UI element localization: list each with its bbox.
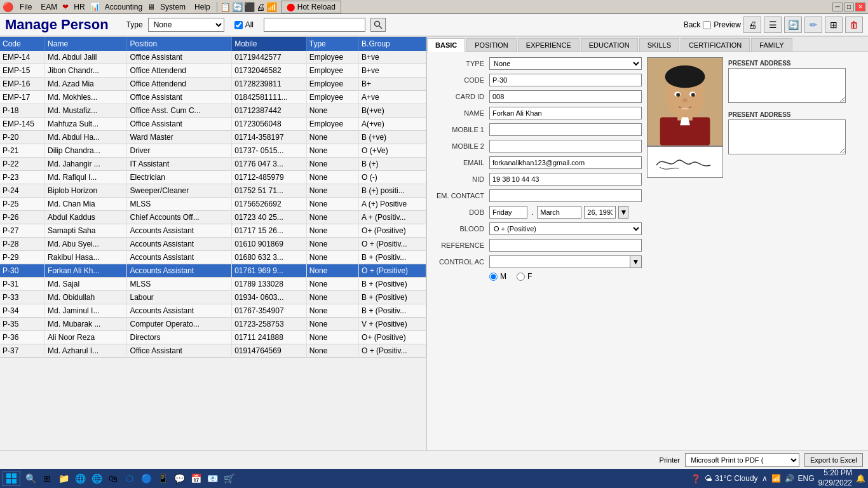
table-row[interactable]: P-33Md. ObidullahLabour01934- 0603...Non… — [0, 291, 426, 304]
col-mobile[interactable]: Mobile — [232, 37, 307, 51]
controlac-dropdown-btn[interactable]: ▼ — [630, 255, 642, 268]
taskbar-search-icon[interactable]: 🔍 — [23, 471, 38, 486]
tab-certification[interactable]: CERTIFICATION — [681, 38, 750, 51]
col-name[interactable]: Name — [45, 37, 127, 51]
nid-input[interactable] — [489, 173, 642, 186]
print-btn[interactable]: 🖨 — [743, 17, 761, 33]
taskbar-task-icon[interactable]: ⊞ — [39, 471, 55, 486]
search-button[interactable] — [370, 18, 386, 32]
tab-position[interactable]: POSITION — [466, 38, 517, 51]
taskbar-cart-icon[interactable]: 🛒 — [221, 471, 236, 486]
menu-file[interactable]: File — [16, 1, 36, 13]
table-row[interactable]: EMP-16Md. Azad MiaOffice Attendend017282… — [0, 78, 426, 91]
printer-select[interactable]: Microsoft Print to PDF ( — [685, 453, 799, 467]
toolbar-icon-5[interactable]: 📶 — [266, 2, 277, 12]
menu-eam[interactable]: EAM — [37, 1, 61, 13]
table-row[interactable]: EMP-145Mahfuza Sult...Office Assistant01… — [0, 118, 426, 131]
gender-m-radio[interactable]: M — [489, 272, 506, 281]
table-row[interactable]: P-21Dilip Chandra...Driver01737- 0515...… — [0, 144, 426, 158]
table-row[interactable]: P-25Md. Chan MiaMLSS01756526692NoneA (+)… — [0, 198, 426, 211]
menu-help[interactable]: Help — [191, 1, 214, 13]
taskbar-file-icon[interactable]: 📁 — [56, 471, 71, 486]
blood-select[interactable]: O + (Positive) — [489, 222, 642, 235]
mobile1-input[interactable] — [489, 123, 642, 136]
table-row[interactable]: P-18Md. Mustafiz...Office Asst. Cum C...… — [0, 104, 426, 118]
table-row[interactable]: P-29Rakibul Hasa...Accounts Assistant016… — [0, 251, 426, 264]
maximize-button[interactable]: □ — [844, 3, 854, 11]
taskbar-start-btn[interactable] — [3, 471, 20, 486]
table-row[interactable]: EMP-17Md. Mokhles...Office Assistant0184… — [0, 91, 426, 104]
tab-family[interactable]: FAMILY — [751, 38, 792, 51]
table-row[interactable]: EMP-14Md. Abdul JalilOffice Assistant017… — [0, 51, 426, 64]
refresh-btn[interactable]: 🔄 — [784, 17, 802, 33]
table-row[interactable]: P-20Md. Abdul Ha...Ward Master01714-3581… — [0, 131, 426, 144]
code-input[interactable] — [489, 74, 642, 86]
table-row[interactable]: P-35Md. Mubarak ...Computer Operato...01… — [0, 318, 426, 331]
taskbar-ie-icon[interactable]: 🌐 — [89, 471, 104, 486]
edit-btn[interactable]: ✏ — [804, 17, 822, 33]
taskbar-calendar-icon[interactable]: 📅 — [188, 471, 203, 486]
notification-icon[interactable]: 🔔 — [856, 474, 865, 483]
table-row[interactable]: P-27Samapti SahaAccounts Assistant01717 … — [0, 224, 426, 238]
gender-f-input[interactable] — [517, 273, 525, 281]
type-form-select[interactable]: None — [489, 57, 642, 70]
taskbar-vscode-icon[interactable]: ⬡ — [122, 471, 137, 486]
hot-reload-button[interactable]: ⬤ Hot Reload — [281, 1, 341, 13]
clock-area[interactable]: 5:20 PM 9/29/2022 — [818, 468, 852, 488]
menu-hr[interactable]: HR — [70, 1, 88, 13]
toolbar-icon-1[interactable]: 📋 — [220, 2, 231, 12]
search-input[interactable] — [264, 18, 365, 32]
toolbar-icon-2[interactable]: 🔄 — [232, 2, 243, 12]
menu-system[interactable]: System — [156, 1, 189, 13]
col-type[interactable]: Type — [306, 37, 358, 51]
tab-experience[interactable]: EXPERIENCE — [518, 38, 580, 51]
taskbar-chat-icon[interactable]: 💬 — [172, 471, 187, 486]
taskbar-chrome-icon[interactable]: 🔵 — [139, 471, 154, 486]
type-select[interactable]: None — [148, 18, 224, 32]
table-row[interactable]: P-28Md. Abu Syei...Accounts Assistant016… — [0, 238, 426, 251]
dob-month-input[interactable] — [537, 206, 581, 219]
taskbar-mail-icon[interactable]: 📧 — [205, 471, 220, 486]
present-address-input-1[interactable] — [728, 68, 846, 103]
toolbar-icon-4[interactable]: 🖨 — [256, 2, 265, 12]
tab-education[interactable]: EDUCATION — [581, 38, 638, 51]
taskbar-store-icon[interactable]: 🛍 — [105, 471, 121, 486]
present-address-input-2[interactable] — [728, 119, 846, 154]
menu-accounting[interactable]: Accounting — [101, 1, 146, 13]
export-button[interactable]: Export to Excel — [804, 453, 863, 467]
mobile2-input[interactable] — [489, 140, 642, 152]
email-input[interactable] — [489, 156, 642, 169]
table-scroll[interactable]: Code Name Position Mobile Type B.Group E… — [0, 37, 426, 450]
table-row[interactable]: P-36Ali Noor RezaDirectors01711 241888No… — [0, 331, 426, 344]
col-position[interactable]: Position — [127, 37, 232, 51]
taskbar-app-icon[interactable]: 📱 — [155, 471, 170, 486]
col-bgroup[interactable]: B.Group — [359, 37, 426, 51]
cardid-input[interactable] — [489, 90, 642, 103]
dob-calendar-btn[interactable]: ▼ — [618, 206, 628, 219]
all-checkbox[interactable] — [234, 21, 243, 29]
taskbar-qa-icon[interactable]: ❓ — [691, 474, 701, 484]
table-row[interactable]: P-24Biplob HorizonSweeper/Cleaner01752 5… — [0, 184, 426, 198]
table-row[interactable]: P-23Md. Rafiqul I...Electrician01712-485… — [0, 171, 426, 184]
dob-year-input[interactable] — [584, 206, 616, 219]
table-row[interactable]: P-30Forkan Ali Kh...Accounts Assistant01… — [0, 264, 426, 278]
tab-basic[interactable]: BASIC — [427, 38, 465, 52]
table-row[interactable]: P-37Md. Azharul I...Office Assistant0191… — [0, 344, 426, 358]
tab-skills[interactable]: SKILLS — [639, 38, 679, 51]
gender-f-radio[interactable]: F — [517, 272, 532, 281]
controlac-input[interactable] — [489, 255, 630, 268]
dob-day-input[interactable] — [489, 206, 527, 219]
list-btn[interactable]: ☰ — [764, 17, 782, 33]
preview-checkbox[interactable] — [703, 21, 711, 29]
taskbar-edge-icon[interactable]: 🌐 — [72, 471, 88, 486]
name-input[interactable] — [489, 107, 642, 119]
delete-btn[interactable]: 🗑 — [845, 17, 863, 33]
col-code[interactable]: Code — [0, 37, 45, 51]
tray-arrow[interactable]: ∧ — [762, 474, 768, 483]
reference-input[interactable] — [489, 239, 642, 252]
table-row[interactable]: P-34Md. Jaminul I...Accounts Assistant01… — [0, 304, 426, 318]
table-row[interactable]: P-26Abdul KaddusChief Accounts Off...017… — [0, 211, 426, 224]
grid-btn[interactable]: ⊞ — [825, 17, 843, 33]
table-row[interactable]: EMP-15Jibon Chandr...Office Attendend017… — [0, 64, 426, 78]
gender-m-input[interactable] — [489, 273, 498, 281]
